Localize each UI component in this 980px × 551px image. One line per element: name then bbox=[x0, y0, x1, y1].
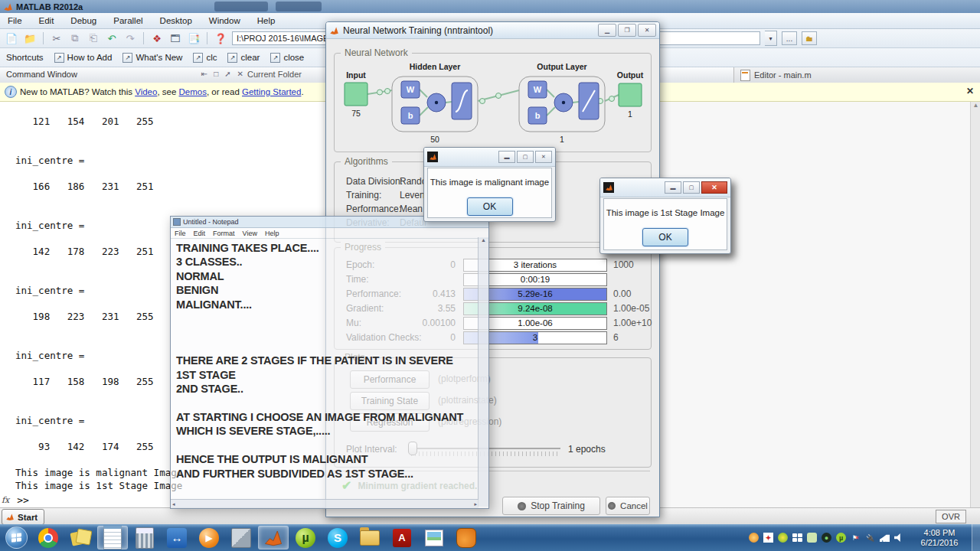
first-stage-dialog: ▬ ▢ ✕ This image is 1st Stage Image OK bbox=[599, 178, 731, 254]
cut-icon[interactable]: ✂ bbox=[50, 31, 64, 45]
tab-current-folder[interactable]: Current Folder bbox=[247, 70, 302, 79]
media-player-icon: ▶ bbox=[199, 528, 219, 548]
browse-folder-button[interactable]: ... bbox=[782, 31, 797, 45]
svg-text:Input: Input bbox=[346, 70, 366, 80]
minimize-icon[interactable]: ▬ bbox=[665, 181, 681, 194]
cancel-button[interactable]: Cancel bbox=[606, 497, 650, 515]
restore-icon[interactable]: ❐ bbox=[618, 24, 636, 37]
notepad-menu-file[interactable]: File bbox=[175, 230, 186, 237]
notepad-horizontal-scrollbar[interactable]: ◂▸ bbox=[171, 499, 479, 508]
maximize-icon: □ bbox=[214, 70, 218, 78]
shortcut-close[interactable]: ↗close bbox=[270, 53, 304, 63]
taskbar-installer[interactable] bbox=[226, 526, 256, 549]
tray-power-icon[interactable]: 🔌 bbox=[865, 533, 875, 543]
tray-network-icon[interactable] bbox=[880, 533, 890, 543]
paste-icon[interactable]: ⎗ bbox=[87, 31, 100, 45]
notif-close-icon[interactable]: ✕ bbox=[966, 86, 974, 96]
maximize-icon[interactable]: ▢ bbox=[683, 181, 700, 194]
taskbar-skype[interactable]: S bbox=[322, 526, 353, 549]
maximize-icon[interactable]: ▢ bbox=[517, 151, 534, 163]
dialog-titlebar[interactable]: ▬ ▢ ✕ bbox=[600, 178, 730, 197]
fx-icon[interactable]: fx bbox=[2, 495, 9, 505]
close-icon[interactable]: ✕ bbox=[701, 181, 727, 194]
tray-windows-flag-icon[interactable] bbox=[792, 533, 802, 543]
taskbar-photos[interactable] bbox=[419, 526, 449, 549]
tray-pinwheel-icon[interactable]: ✦ bbox=[763, 533, 773, 543]
tray-orange-icon[interactable] bbox=[749, 533, 759, 543]
menu-parallel[interactable]: Parallel bbox=[113, 16, 142, 25]
ok-button[interactable]: OK bbox=[642, 228, 688, 246]
minimize-icon[interactable]: ▁ bbox=[598, 24, 616, 37]
taskbar-explorer[interactable] bbox=[354, 526, 385, 549]
taskbar-utorrent[interactable]: µ bbox=[290, 526, 321, 549]
close-icon[interactable]: ✕ bbox=[638, 24, 656, 37]
command-window-controls[interactable]: ⇤□➚✕ bbox=[201, 70, 243, 78]
open-folder-icon[interactable]: 📁 bbox=[23, 31, 37, 45]
copy-icon[interactable]: ⧉ bbox=[68, 31, 82, 45]
link-getting-started[interactable]: Getting Started bbox=[242, 87, 301, 96]
tray-utorrent-icon[interactable]: µ bbox=[836, 533, 846, 543]
ok-button[interactable]: OK bbox=[467, 197, 513, 216]
nntraintool-titlebar[interactable]: Neural Network Training (nntraintool) ▁ … bbox=[326, 22, 659, 39]
tray-action-center-icon[interactable]: ⚑✕ bbox=[851, 533, 861, 543]
directory-dropdown-arrow[interactable]: ▾ bbox=[765, 31, 777, 46]
matlab-start-button[interactable]: Start bbox=[2, 509, 44, 525]
shortcut-clc[interactable]: ↗clc bbox=[193, 53, 217, 63]
shortcut-clear[interactable]: ↗clear bbox=[227, 53, 260, 63]
simulink-icon[interactable]: ❖ bbox=[150, 31, 164, 45]
notepad-menu-edit[interactable]: Edit bbox=[194, 230, 206, 237]
taskbar-notepad[interactable] bbox=[97, 526, 128, 549]
link-video[interactable]: Video bbox=[135, 87, 157, 96]
calculator-icon bbox=[136, 527, 154, 549]
tray-volume-icon[interactable] bbox=[894, 533, 904, 543]
close-icon[interactable]: ✕ bbox=[535, 151, 552, 163]
stop-training-button[interactable]: Stop Training bbox=[502, 497, 600, 515]
start-button[interactable] bbox=[1, 526, 31, 549]
menu-edit[interactable]: Edit bbox=[39, 16, 54, 25]
taskbar-media-player[interactable]: ▶ bbox=[194, 526, 224, 549]
profiler-icon[interactable]: 📑 bbox=[187, 31, 201, 45]
show-desktop-button[interactable] bbox=[972, 524, 980, 551]
tray-antivirus-icon[interactable] bbox=[778, 533, 788, 543]
svg-text:Output: Output bbox=[617, 70, 644, 80]
undo-icon[interactable]: ↶ bbox=[105, 31, 119, 45]
taskbar-calculator[interactable] bbox=[129, 526, 160, 549]
taskbar-hand-app[interactable] bbox=[451, 526, 482, 549]
shortcut-how-to-add[interactable]: ↗How to Add bbox=[54, 53, 113, 63]
notepad-vertical-scrollbar[interactable]: ▲ bbox=[478, 237, 488, 507]
tray-leaf-icon[interactable] bbox=[807, 533, 817, 543]
command-window-title: Command Window bbox=[6, 70, 77, 79]
menu-window[interactable]: Window bbox=[209, 16, 240, 25]
taskbar-matlab[interactable] bbox=[258, 526, 289, 549]
new-file-icon[interactable]: 📄 bbox=[5, 31, 18, 45]
taskbar-adobe-reader[interactable]: A bbox=[387, 526, 417, 549]
redo-icon[interactable]: ↷ bbox=[123, 31, 137, 45]
menu-debug[interactable]: Debug bbox=[70, 16, 96, 25]
taskbar-clock[interactable]: 4:08 PM 6/21/2016 bbox=[912, 528, 967, 548]
editor-scrollbar[interactable]: ▲ bbox=[970, 102, 980, 507]
shortcut-whats-new[interactable]: ↗What's New bbox=[122, 53, 182, 63]
notepad-icon bbox=[103, 526, 122, 549]
help-icon[interactable]: ❓ bbox=[214, 31, 227, 45]
guide-icon[interactable]: 🗔 bbox=[168, 31, 182, 45]
menu-file[interactable]: File bbox=[8, 16, 22, 25]
notepad-menu-help[interactable]: Help bbox=[265, 230, 279, 237]
minimize-icon[interactable]: ▬ bbox=[498, 151, 515, 163]
menu-desktop[interactable]: Desktop bbox=[160, 16, 192, 25]
taskbar-teamviewer[interactable]: ↔ bbox=[162, 526, 192, 549]
notepad-menu-view[interactable]: View bbox=[243, 230, 257, 237]
link-demos[interactable]: Demos bbox=[179, 87, 207, 96]
utorrent-icon: µ bbox=[296, 528, 315, 548]
menu-help[interactable]: Help bbox=[257, 16, 276, 25]
taskbar-chrome[interactable] bbox=[33, 526, 64, 549]
up-folder-icon[interactable]: 🖿 bbox=[802, 31, 817, 45]
notepad-menu-format[interactable]: Format bbox=[213, 230, 235, 237]
notif-text: New to MATLAB? Watch this Video, see Dem… bbox=[20, 87, 304, 96]
tray-dark-icon[interactable]: ● bbox=[822, 533, 831, 543]
notepad-text[interactable]: TRAINING TAKES PLACE.... 3 CLASSES.. NOR… bbox=[176, 241, 463, 481]
dialog-titlebar[interactable]: ▬ ▢ ✕ bbox=[424, 148, 555, 167]
editor-doc-icon bbox=[740, 70, 750, 81]
svg-text:Output Layer: Output Layer bbox=[537, 62, 586, 71]
taskbar-sticky-notes[interactable] bbox=[65, 526, 96, 549]
tab-editor-main-m[interactable]: Editor - main.m bbox=[733, 67, 980, 83]
